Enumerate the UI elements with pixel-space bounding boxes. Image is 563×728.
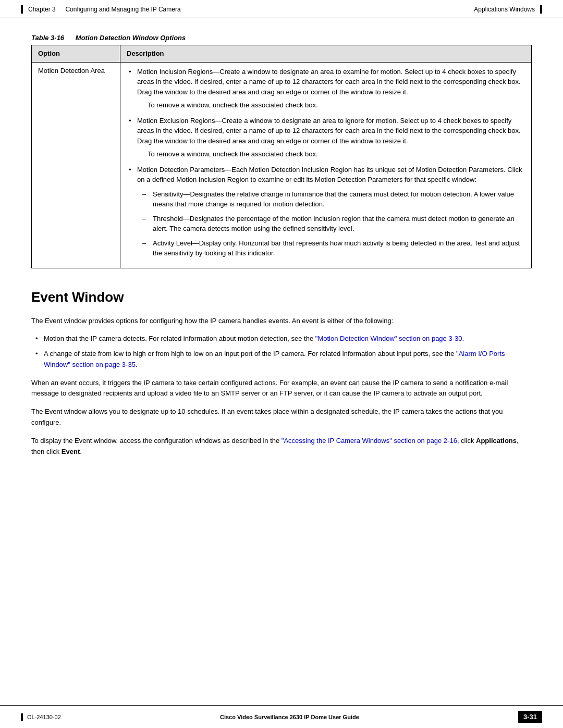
- event-bullet-alarm: A change of state from low to high or fr…: [31, 349, 532, 371]
- sub-bullet-activity: Activity Level—Display only. Horizontal …: [142, 238, 525, 258]
- chapter-title: Configuring and Managing the IP Camera: [65, 6, 180, 13]
- description-cell: Motion Inclusion Regions—Create a window…: [120, 62, 532, 268]
- event-window-body: The Event window provides options for co…: [31, 316, 532, 458]
- footer-bar: [21, 713, 23, 721]
- col-header-option: Option: [32, 45, 120, 63]
- bullet-exclusion: Motion Exclusion Regions—Create a window…: [127, 116, 525, 159]
- event-bullet-motion-after: .: [462, 335, 464, 342]
- table-title-spacer: [66, 34, 74, 42]
- table-ref: Table 3-16: [31, 34, 64, 42]
- footer-left: OL-24130-02: [21, 713, 61, 721]
- page-footer: OL-24130-02 Cisco Video Surveillance 263…: [0, 705, 563, 728]
- table-row: Motion Detection Area Motion Inclusion R…: [32, 62, 532, 268]
- header-bar-left: [21, 5, 23, 14]
- doc-id: OL-24130-02: [27, 714, 61, 720]
- page-header: Chapter 3 Configuring and Managing the I…: [0, 0, 563, 18]
- event-para-3: To display the Event window, access the …: [31, 436, 532, 458]
- sub-bullet-sensitivity: Sensitivity—Designates the relative chan…: [142, 189, 525, 209]
- header-left: Chapter 3 Configuring and Managing the I…: [21, 5, 181, 14]
- header-right: Applications Windows: [474, 5, 542, 14]
- motion-detection-link[interactable]: "Motion Detection Window" section on pag…: [315, 335, 462, 342]
- chapter-separator: [59, 6, 63, 13]
- remove-note-1: To remove a window, uncheck the associat…: [148, 100, 525, 110]
- table-title-text: Motion Detection Window Options: [76, 34, 186, 42]
- event-para-3-before: To display the Event window, access the …: [31, 437, 282, 445]
- bullet-inclusion: Motion Inclusion Regions—Create a window…: [127, 67, 525, 110]
- header-bar-right: [540, 5, 542, 14]
- bullet-parameters-text: Motion Detection Parameters—Each Motion …: [137, 166, 522, 184]
- sub-bullet-threshold: Threshold—Designates the percentage of t…: [142, 214, 525, 234]
- table-header-row: Option Description: [32, 45, 532, 63]
- option-cell: Motion Detection Area: [32, 62, 120, 268]
- main-content: Table 3-16 Motion Detection Window Optio…: [0, 18, 563, 496]
- event-para-1: When an event occurs, it triggers the IP…: [31, 378, 532, 400]
- event-window-bullets: Motion that the IP camera detects. For r…: [31, 334, 532, 370]
- page-number: 3-31: [518, 711, 542, 723]
- event-bullet-motion-before: Motion that the IP camera detects. For r…: [44, 335, 315, 342]
- event-para-2: The Event window allows you to designate…: [31, 406, 532, 428]
- applications-bold: Applications: [476, 437, 517, 445]
- remove-note-2: To remove a window, uncheck the associat…: [148, 149, 525, 159]
- col-header-description: Description: [120, 45, 532, 63]
- option-value: Motion Detection Area: [38, 67, 105, 75]
- bullet-exclusion-text: Motion Exclusion Regions—Create a window…: [137, 117, 521, 145]
- accessing-windows-link[interactable]: "Accessing the IP Camera Windows" sectio…: [282, 437, 457, 445]
- footer-product: Cisco Video Surveillance 2630 IP Dome Us…: [220, 714, 359, 720]
- event-bold: Event: [62, 448, 80, 455]
- bullet-parameters: Motion Detection Parameters—Each Motion …: [127, 165, 525, 258]
- options-table: Option Description Motion Detection Area…: [31, 45, 532, 268]
- sub-bullet-list: Sensitivity—Designates the relative chan…: [142, 189, 525, 258]
- bullet-inclusion-text: Motion Inclusion Regions—Create a window…: [137, 68, 521, 96]
- main-bullet-list: Motion Inclusion Regions—Create a window…: [127, 67, 525, 258]
- event-bullet-motion: Motion that the IP camera detects. For r…: [31, 334, 532, 344]
- event-window-intro: The Event window provides options for co…: [31, 316, 532, 327]
- event-para-3-mid: , click: [457, 437, 476, 445]
- event-bullet-alarm-after: .: [136, 361, 138, 368]
- event-bullet-alarm-before: A change of state from low to high or fr…: [44, 350, 456, 357]
- event-window-title: Event Window: [31, 289, 532, 305]
- table-title-line: Table 3-16 Motion Detection Window Optio…: [31, 34, 532, 42]
- section-label: Applications Windows: [474, 6, 535, 13]
- event-para-3-end: .: [80, 448, 82, 455]
- chapter-label: Chapter 3: [28, 6, 56, 13]
